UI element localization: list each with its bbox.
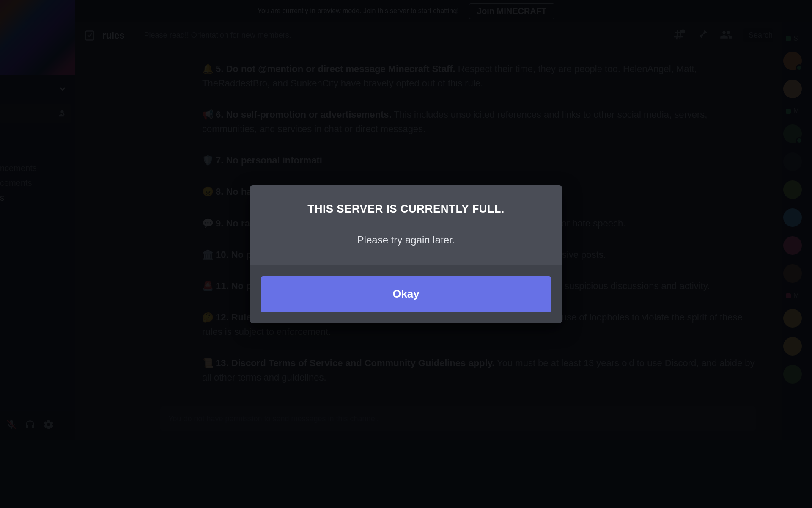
server-full-modal: THIS SERVER IS CURRENTLY FULL. Please tr… — [250, 185, 562, 323]
okay-button[interactable]: Okay — [261, 276, 551, 312]
modal-message: Please try again later. — [262, 234, 550, 246]
modal-overlay: THIS SERVER IS CURRENTLY FULL. Please tr… — [0, 0, 812, 508]
modal-title: THIS SERVER IS CURRENTLY FULL. — [262, 202, 550, 215]
